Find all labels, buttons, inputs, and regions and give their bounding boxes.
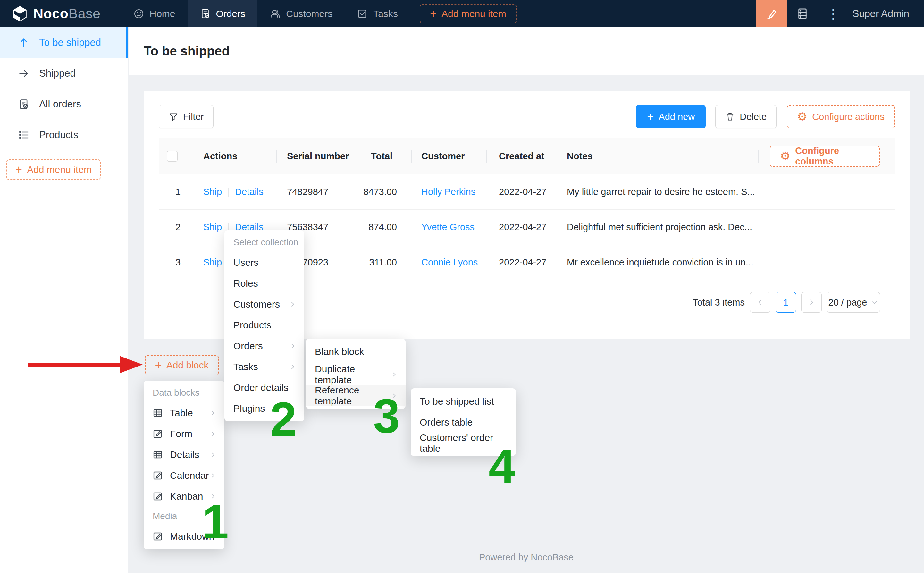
form-icon <box>153 531 163 542</box>
add-block-button[interactable]: + Add block <box>145 355 219 376</box>
configure-actions-button[interactable]: ⚙ Configure actions <box>787 105 895 128</box>
notes-cell: My little garret repair to desire he est… <box>557 186 758 197</box>
menu-group-label: Data blocks <box>144 383 224 402</box>
highlighter-icon <box>765 7 779 21</box>
menu-item-roles[interactable]: Roles <box>224 273 304 294</box>
notes-cell: Delightful met sufficient projection ask… <box>557 222 758 232</box>
row-index: 2 <box>159 222 192 232</box>
sidebar-item-products[interactable]: Products <box>0 120 128 150</box>
table-header-row: Actions Serial number Total Customer Cre… <box>159 138 895 174</box>
ship-link[interactable]: Ship <box>203 186 222 197</box>
chevron-right-icon <box>209 472 217 479</box>
filter-icon <box>169 112 178 122</box>
next-page-button[interactable] <box>801 292 822 313</box>
column-header-actions[interactable]: Actions <box>192 138 276 174</box>
menu-item-products[interactable]: Products <box>224 315 304 335</box>
menu-item-label: Duplicate template <box>315 363 390 385</box>
add-block-label: Add block <box>166 360 209 371</box>
page-title: To be shipped <box>144 44 230 58</box>
brand-text: NocoBase <box>33 6 101 22</box>
menu-item-duplicate-template[interactable]: Duplicate template <box>306 364 406 385</box>
total-cell: 874.00 <box>363 222 411 232</box>
smiley-icon <box>133 8 144 19</box>
menu-item-label: Calendar <box>170 470 209 481</box>
chevron-right-icon <box>289 342 297 350</box>
menu-item-label: Users <box>233 257 258 268</box>
nav-item-orders[interactable]: Orders <box>188 0 258 27</box>
menu-item-users[interactable]: Users <box>224 252 304 273</box>
configure-columns-button[interactable]: ⚙ Configure columns <box>770 146 880 167</box>
menu-item-tasks[interactable]: Tasks <box>224 356 304 377</box>
ellipsis-icon: ⋮ <box>827 6 840 21</box>
nav-label-customers: Customers <box>286 8 333 19</box>
prev-page-button[interactable] <box>750 292 771 313</box>
filter-label: Filter <box>183 111 203 122</box>
table-icon <box>153 449 163 460</box>
page-number-button[interactable]: 1 <box>775 292 796 313</box>
menu-item-details[interactable]: Details <box>144 444 224 465</box>
task-check-icon <box>357 8 368 19</box>
page-size-value: 20 / page <box>829 297 867 308</box>
form-icon <box>153 470 163 481</box>
customer-link[interactable]: Yvette Gross <box>411 222 486 232</box>
nav-label-home: Home <box>150 8 175 19</box>
brand-base: Base <box>69 6 101 21</box>
ship-link[interactable]: Ship <box>203 257 222 268</box>
details-link[interactable]: Details <box>235 186 264 197</box>
brand-noco: Noco <box>33 6 69 21</box>
server-icon <box>796 7 809 20</box>
total-cell: 311.00 <box>363 257 411 268</box>
form-icon <box>153 429 163 439</box>
column-header-total[interactable]: Total <box>363 138 411 174</box>
row-index: 1 <box>159 186 192 197</box>
select-all-checkbox[interactable] <box>167 151 178 161</box>
sidebar-item-to-be-shipped[interactable]: To be shipped <box>0 27 128 58</box>
ship-link[interactable]: Ship <box>203 222 222 232</box>
nav-item-home[interactable]: Home <box>121 0 188 27</box>
sidebar-add-menu-item-button[interactable]: + Add menu item <box>6 160 101 180</box>
sidebar-item-shipped[interactable]: Shipped <box>0 58 128 89</box>
sidebar-item-all-orders[interactable]: All orders <box>0 89 128 120</box>
menu-item-orders-table[interactable]: Orders table <box>411 412 516 432</box>
pagination: Total 3 items 1 20 / page <box>693 292 880 313</box>
menu-item-table[interactable]: Table <box>144 402 224 423</box>
add-new-button[interactable]: + Add new <box>636 105 706 128</box>
notes-cell: Mr excellence inquietude conviction is i… <box>557 257 758 268</box>
nocobase-logo[interactable]: NocoBase <box>11 5 101 22</box>
created-at-cell: 2022-04-27 <box>486 257 557 268</box>
menu-item-label: Customers <box>233 299 280 310</box>
column-header-notes[interactable]: Notes <box>557 138 758 174</box>
delete-button[interactable]: Delete <box>715 105 777 128</box>
menu-item-orders[interactable]: Orders <box>224 335 304 356</box>
column-header-label: Notes <box>567 151 593 161</box>
column-header-serial[interactable]: Serial number <box>276 138 363 174</box>
nav-menu: Home Orders Customers Tasks <box>121 0 410 27</box>
menu-item-label: Form <box>170 428 192 439</box>
customer-link[interactable]: Connie Lyons <box>411 257 486 268</box>
filter-button[interactable]: Filter <box>159 105 214 128</box>
column-header-customer[interactable]: Customer <box>411 138 486 174</box>
menu-item-to-be-shipped-list[interactable]: To be shipped list <box>411 391 516 412</box>
column-header-created-at[interactable]: Created at <box>486 138 557 174</box>
nav-item-customers[interactable]: Customers <box>258 0 345 27</box>
file-check-icon <box>18 99 30 110</box>
current-user[interactable]: Super Admin <box>852 8 910 20</box>
plugin-manager-button[interactable] <box>787 0 818 27</box>
nav-label-orders: Orders <box>216 8 245 19</box>
serial-cell: 74829847 <box>276 186 363 197</box>
menu-item-calendar[interactable]: Calendar <box>144 465 224 486</box>
menu-item-blank-block[interactable]: Blank block <box>306 341 406 362</box>
page-size-select[interactable]: 20 / page <box>827 292 880 313</box>
menu-divider <box>306 363 406 363</box>
menu-item-label: Plugins <box>233 403 265 414</box>
customer-link[interactable]: Holly Perkins <box>411 186 486 197</box>
sidebar-label-shipped: Shipped <box>39 68 76 79</box>
nav-item-tasks[interactable]: Tasks <box>345 0 410 27</box>
menu-item-form[interactable]: Form <box>144 423 224 444</box>
ui-editor-button[interactable] <box>756 0 787 27</box>
chevron-down-icon <box>871 299 879 306</box>
chevron-right-icon <box>289 301 297 308</box>
menu-item-customers[interactable]: Customers <box>224 294 304 315</box>
more-actions-button[interactable]: ⋮ <box>818 0 849 27</box>
nav-add-menu-item-button[interactable]: + Add menu item <box>420 4 516 23</box>
